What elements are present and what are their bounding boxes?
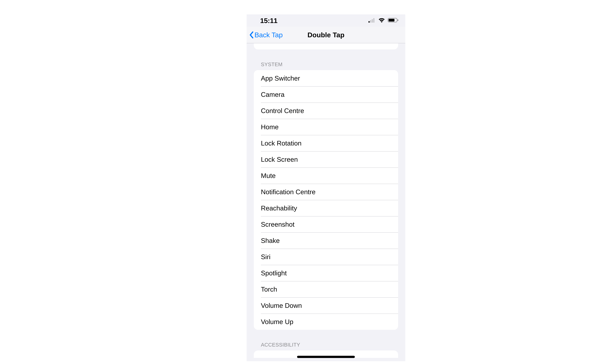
option-notification-centre[interactable]: Notification Centre: [254, 184, 398, 200]
system-options-card: App Switcher Camera Control Centre Home …: [254, 70, 398, 330]
option-label: Volume Up: [261, 318, 293, 325]
back-button[interactable]: Back Tap: [249, 31, 283, 39]
section-header-accessibility: ACCESSIBILITY: [261, 342, 398, 348]
status-bar: 15:11: [247, 14, 405, 27]
option-camera[interactable]: Camera: [254, 86, 398, 103]
svg-rect-0: [368, 21, 370, 23]
svg-rect-2: [372, 19, 373, 23]
phone-frame: 15:11: [247, 14, 405, 361]
option-label: Screenshot: [261, 221, 294, 228]
option-shake[interactable]: Shake: [254, 233, 398, 249]
option-volume-down[interactable]: Volume Down: [254, 297, 398, 313]
svg-rect-5: [389, 19, 394, 22]
settings-content: SYSTEM App Switcher Camera Control Centr…: [247, 43, 405, 358]
option-label: Siri: [261, 253, 271, 260]
option-label: Shake: [261, 237, 280, 244]
option-label: Torch: [261, 286, 277, 293]
option-lock-rotation[interactable]: Lock Rotation: [254, 135, 398, 151]
option-label: Lock Rotation: [261, 139, 301, 147]
chevron-left-icon: [249, 31, 254, 39]
cellular-icon: [368, 17, 376, 24]
back-label: Back Tap: [254, 31, 283, 39]
section-header-system: SYSTEM: [261, 62, 398, 67]
status-icons: [368, 17, 399, 24]
option-screenshot[interactable]: Screenshot: [254, 216, 398, 233]
nav-bar: Back Tap Double Tap: [247, 27, 405, 43]
option-label: App Switcher: [261, 74, 300, 82]
option-lock-screen[interactable]: Lock Screen: [254, 151, 398, 168]
option-label: Notification Centre: [261, 188, 315, 196]
svg-rect-1: [370, 20, 371, 23]
option-label: Spotlight: [261, 269, 287, 277]
option-label: Home: [261, 123, 279, 131]
previous-section-peek: [254, 43, 398, 50]
svg-rect-3: [373, 18, 374, 23]
option-app-switcher[interactable]: App Switcher: [254, 70, 398, 86]
option-mute[interactable]: Mute: [254, 168, 398, 184]
status-time: 15:11: [260, 17, 277, 25]
option-spotlight[interactable]: Spotlight: [254, 265, 398, 281]
home-indicator[interactable]: [297, 356, 355, 358]
wifi-icon: [378, 17, 385, 24]
option-label: Mute: [261, 172, 276, 179]
option-torch[interactable]: Torch: [254, 281, 398, 297]
option-reachability[interactable]: Reachability: [254, 200, 398, 216]
option-label: Control Centre: [261, 107, 304, 115]
option-label: Volume Down: [261, 302, 302, 309]
option-siri[interactable]: Siri: [254, 249, 398, 265]
option-label: Lock Screen: [261, 156, 298, 163]
option-label: Camera: [261, 91, 285, 98]
svg-rect-6: [398, 19, 398, 21]
option-label: Reachability: [261, 204, 297, 212]
option-control-centre[interactable]: Control Centre: [254, 103, 398, 119]
battery-icon: [388, 17, 399, 24]
option-home[interactable]: Home: [254, 119, 398, 135]
option-volume-up[interactable]: Volume Up: [254, 313, 398, 330]
